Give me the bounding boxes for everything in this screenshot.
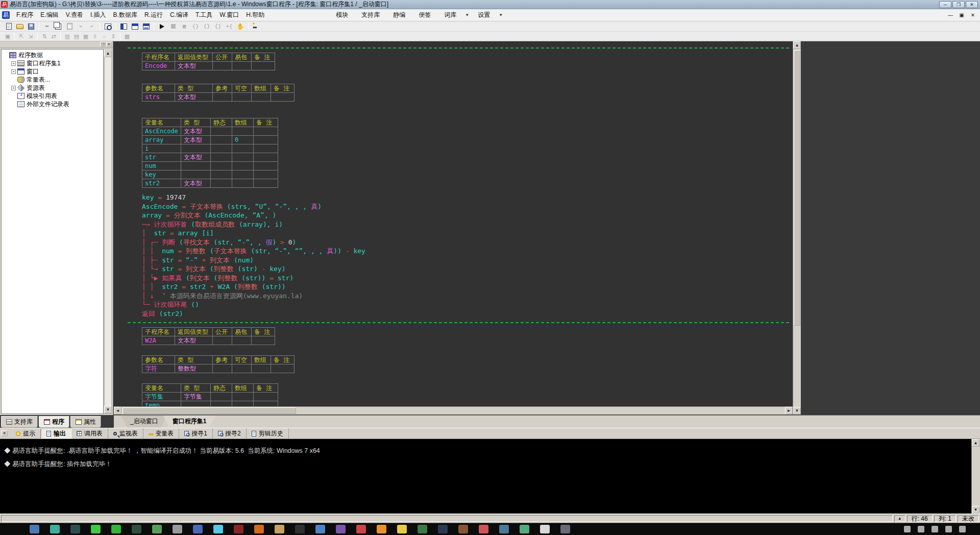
output-tab-6[interactable]: 搜寻2	[213, 428, 247, 439]
table-cell[interactable]: 类 型	[175, 84, 213, 93]
taskbar-app-icon-17[interactable]	[377, 525, 386, 533]
plugin-menu-0[interactable]: 模块	[329, 9, 355, 21]
table-cell[interactable]: 易包	[232, 53, 252, 62]
plugin-menu-3[interactable]: 便签	[412, 9, 437, 21]
table-cell[interactable]	[211, 127, 232, 136]
taskbar-app-icon-3[interactable]	[91, 525, 101, 533]
code-line-4[interactable]: │ str = array [i]	[142, 229, 793, 238]
table-cell[interactable]	[232, 171, 254, 179]
find-book-button[interactable]	[103, 22, 113, 31]
close-button[interactable]: ✕	[966, 1, 978, 8]
code-line-1[interactable]: AscEncode = 子文本替换 (strs, “U”, “-”, , , 真…	[142, 202, 793, 211]
table-cell[interactable]	[181, 401, 211, 406]
table-cell[interactable]: 备 注	[271, 84, 295, 93]
table-cell[interactable]	[213, 93, 232, 102]
cut-button[interactable]: ✂	[42, 22, 52, 31]
tray-icon-2[interactable]	[932, 526, 938, 532]
taskbar-app-icon-26[interactable]	[560, 525, 570, 533]
table-cell[interactable]: 字节集	[181, 393, 211, 401]
table-cell[interactable]: 文本型	[181, 136, 211, 144]
taskbar-app-icon-4[interactable]	[111, 525, 121, 533]
layout-split-button[interactable]	[141, 22, 151, 31]
dropdown-arrow-icon[interactable]: ▼	[497, 13, 505, 17]
panel-close-button[interactable]: ✕	[106, 42, 112, 47]
panel-tab-2[interactable]: 属性	[70, 416, 101, 428]
editor-vscrollbar[interactable]: ▲ ▼	[793, 41, 801, 415]
table-cell[interactable]	[232, 127, 254, 136]
tree-expander-icon[interactable]: +	[11, 86, 16, 90]
taskbar-app-icon-23[interactable]	[499, 525, 509, 533]
table-cell[interactable]	[254, 401, 278, 406]
output-tab-7[interactable]: 剪辑历史	[247, 428, 289, 439]
menu-item-1[interactable]: E.编辑	[37, 9, 62, 21]
output-tab-1[interactable]: 输出	[41, 428, 71, 439]
save-file-button[interactable]	[26, 22, 36, 31]
tree-item-2[interactable]: +窗口	[3, 67, 103, 76]
find-special-button[interactable]	[251, 22, 261, 31]
taskbar-app-icon-20[interactable]	[438, 525, 448, 533]
table-cell[interactable]: temp	[142, 401, 181, 406]
table-cell[interactable]	[232, 393, 254, 401]
table-cell[interactable]	[254, 162, 278, 171]
plugin-menu-2[interactable]: 静编	[386, 9, 412, 21]
table-cell[interactable]	[254, 136, 278, 144]
menu-item-5[interactable]: R.运行	[141, 9, 166, 21]
table-cell[interactable]	[211, 153, 232, 162]
table-cell[interactable]	[271, 364, 295, 373]
table-cell[interactable]: 参数名	[142, 356, 175, 364]
table-cell[interactable]: 参考	[213, 84, 232, 93]
table-cell[interactable]	[213, 62, 232, 70]
code-line-0[interactable]: key = 19747	[142, 193, 793, 202]
table-cell[interactable]: str	[142, 153, 181, 162]
taskbar-app-icon-9[interactable]	[213, 525, 223, 533]
table-cell[interactable]: 文本型	[181, 179, 211, 188]
table-cell[interactable]: 子程序名	[142, 328, 175, 336]
dropdown-arrow-icon[interactable]: ▼	[463, 13, 471, 17]
table-cell[interactable]	[232, 153, 254, 162]
taskbar-app-icon-24[interactable]	[520, 525, 529, 533]
pause-hand-button[interactable]: ✋	[235, 22, 246, 31]
tree-item-6[interactable]: +外部文件记录表	[3, 100, 103, 108]
editor-hscrollbar[interactable]: ◄ ►	[114, 406, 793, 415]
code-line-9[interactable]: │ └▶ 如果真 (到文本 (到整数 (str)) = str)	[142, 274, 793, 283]
code-line-7[interactable]: │ ├┄ str = “-” + 到文本 (num)	[142, 256, 793, 265]
table-cell[interactable]	[232, 144, 254, 153]
table-cell[interactable]	[232, 401, 254, 406]
table-cell[interactable]: 数组	[252, 84, 271, 93]
table-cell[interactable]: Encode	[142, 62, 175, 70]
table-cell[interactable]	[213, 364, 232, 373]
tray-icon-4[interactable]	[959, 526, 966, 532]
table-cell[interactable]	[254, 393, 278, 401]
taskbar-app-icon-16[interactable]	[356, 525, 366, 533]
table-cell[interactable]	[211, 162, 232, 171]
taskbar-app-icon-5[interactable]	[132, 525, 141, 533]
output-console[interactable]: ◆ 易语言助手提醒您: .易语言助手加载完毕！ ，智能编译开启成功！ 当前易版本…	[0, 439, 971, 514]
taskbar-app-icon-1[interactable]	[50, 525, 60, 533]
code-line-5[interactable]: │ ┌─ 判断 (寻找文本 (str, “-”, , 假) > 0)	[142, 238, 793, 247]
minimize-button[interactable]: ─	[939, 1, 951, 8]
code-line-13[interactable]: 返回 (str2)	[142, 309, 793, 319]
code-line-12[interactable]: └─ 计次循环尾 ()	[142, 300, 793, 309]
tree-item-3[interactable]: +常量表...	[3, 76, 103, 84]
table-cell[interactable]: 变量名	[142, 384, 181, 393]
tray-icon-3[interactable]	[945, 526, 952, 532]
table-cell[interactable]	[211, 393, 232, 401]
table-cell[interactable]	[271, 93, 295, 102]
taskbar-app-icon-18[interactable]	[397, 525, 407, 533]
table-cell[interactable]: 文本型	[175, 62, 213, 70]
panel-tab-1[interactable]: 程序	[39, 416, 69, 428]
table-cell[interactable]: 可空	[232, 84, 252, 93]
table-cell[interactable]: 参数名	[142, 84, 175, 93]
table-cell[interactable]: 文本型	[181, 153, 211, 162]
taskbar-app-icon-13[interactable]	[295, 525, 305, 533]
code-line-8[interactable]: │ └→ str = 到文本 (到整数 (str) - key)	[142, 264, 793, 274]
output-tab-3[interactable]: 监视表	[108, 428, 143, 439]
menu-item-8[interactable]: W.窗口	[216, 9, 242, 21]
new-file-button[interactable]	[4, 22, 14, 31]
table-cell[interactable]: 数组	[232, 118, 254, 127]
table-cell[interactable]: 类 型	[175, 356, 213, 364]
taskbar-app-icon-2[interactable]	[70, 525, 80, 533]
panel-float-button[interactable]: ❐	[100, 42, 106, 47]
table-cell[interactable]	[254, 144, 278, 153]
taskbar-app-icon-14[interactable]	[315, 525, 325, 533]
